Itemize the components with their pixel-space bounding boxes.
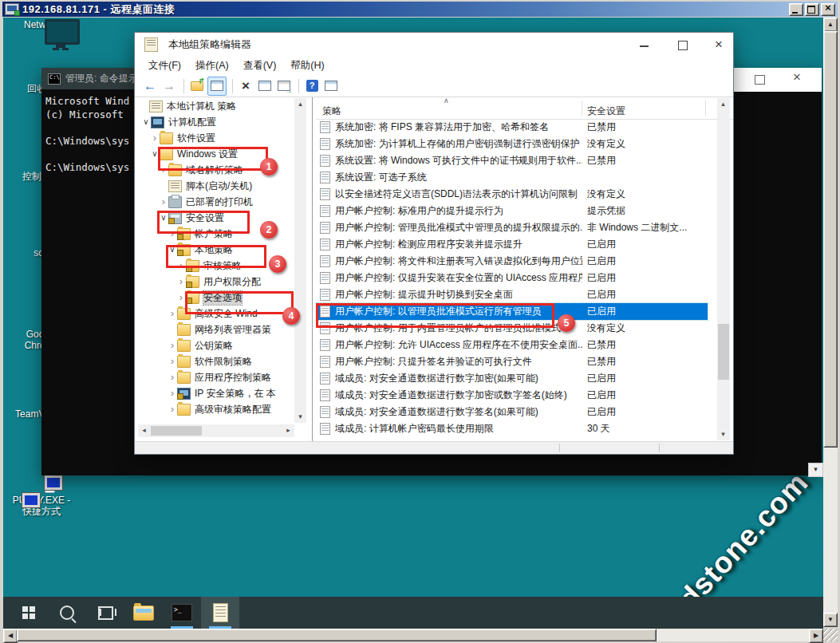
policy-row[interactable]: 用户帐户控制: 管理员批准模式中管理员的提升权限提示的... 非 Windows… (316, 219, 717, 236)
background-maximize-button[interactable] (755, 75, 765, 85)
tree-expander-icon[interactable]: ∨ (141, 115, 151, 129)
policy-name[interactable]: 域成员: 对安全通道数据进行数字加密或数字签名(始终) (335, 389, 582, 402)
tree-expander-icon[interactable]: › (168, 354, 177, 369)
scroll-up-icon[interactable]: ▴ (717, 98, 729, 110)
policy-row[interactable]: 用户帐户控制: 检测应用程序安装并提示提升 已启用 (316, 236, 717, 253)
scroll-down-button[interactable]: ▼ (823, 613, 838, 627)
resize-grip[interactable] (823, 629, 838, 641)
policy-name[interactable]: 用户帐户控制: 将文件和注册表写入错误虚拟化到每用户位置 (335, 254, 582, 268)
policy-name[interactable]: 以安全描述符定义语言(SDDL)语法表示的计算机访问限制 (335, 187, 582, 201)
tree-item-label[interactable]: 高级审核策略配置 (195, 403, 271, 416)
tree-vertical-scrollbar[interactable]: ▴ ▾ (294, 98, 306, 423)
scroll-up-icon[interactable]: ▴ (294, 98, 306, 110)
properties-icon[interactable] (256, 77, 274, 95)
tree-expander-icon[interactable]: › (168, 386, 177, 400)
policy-name[interactable]: 用户帐户控制: 允许 UIAccess 应用程序在不使用安全桌面... (335, 338, 582, 352)
policy-name[interactable]: 系统加密: 为计算机上存储的用户密钥强制进行强密钥保护 (335, 137, 582, 151)
policy-row[interactable]: 以安全描述符定义语言(SDDL)语法表示的计算机访问限制 没有定义 (316, 186, 717, 203)
desktop-icon-putty[interactable]: ↗ PUTTY.EXE -快捷方式 (6, 493, 77, 517)
policy-name[interactable]: 用户帐户控制: 仅提升安装在安全位置的 UIAccess 应用程序 (335, 271, 582, 285)
back-icon[interactable] (141, 77, 159, 95)
policy-name[interactable]: 系统加密: 将 FIPS 兼容算法用于加密、哈希和签名 (335, 120, 582, 134)
policy-name[interactable]: 域成员: 对安全通道数据进行数字加密(如果可能) (335, 372, 582, 385)
tree-expander-icon[interactable]: › (168, 306, 177, 321)
taskbar-item-search[interactable] (48, 597, 86, 629)
extended-icon[interactable] (322, 77, 340, 95)
policy-row[interactable]: 系统加密: 为计算机上存储的用户密钥强制进行强密钥保护 没有定义 (316, 136, 717, 152)
tree-item[interactable]: › 高级审核策略配置 (168, 401, 310, 417)
scroll-down-icon[interactable]: ▾ (294, 411, 306, 423)
tree-item-label[interactable]: 公钥策略 (195, 339, 233, 353)
scrollbar-thumb[interactable] (718, 324, 729, 380)
menu-item[interactable]: 操作(A) (188, 57, 236, 74)
gpe-minimize-button[interactable] (636, 36, 653, 53)
console-window-icon[interactable] (207, 77, 227, 96)
tree-item-label[interactable]: IP 安全策略，在 本 (195, 387, 276, 400)
policy-row[interactable]: 用户帐户控制: 标准用户的提升提示行为 提示凭据 (316, 203, 717, 219)
policy-name[interactable]: 用户帐户控制: 提示提升时切换到安全桌面 (335, 288, 582, 302)
policy-row[interactable]: 系统设置: 将 Windows 可执行文件中的证书规则用于软件... 已禁用 (316, 152, 717, 169)
tree-item-label[interactable]: 软件设置 (177, 132, 215, 145)
policy-row[interactable]: 用户帐户控制: 允许 UIAccess 应用程序在不使用安全桌面... 已禁用 (316, 337, 717, 353)
menu-item[interactable]: 查看(V) (236, 57, 284, 74)
list-vertical-scrollbar[interactable]: ▴ ▾ (717, 98, 730, 440)
policy-row[interactable]: 用户帐户控制: 仅提升安装在安全位置的 UIAccess 应用程序 已启用 (316, 270, 717, 286)
taskbar-item-group-policy-editor[interactable] (201, 597, 239, 629)
tree-item[interactable]: ∨ 计算机配置 (141, 114, 310, 130)
up-icon[interactable] (188, 77, 206, 95)
policy-row[interactable]: 系统加密: 将 FIPS 兼容算法用于加密、哈希和签名 已禁用 (316, 119, 717, 136)
tree-item-label[interactable]: 已部署的打印机 (186, 195, 253, 209)
delete-icon[interactable] (237, 77, 254, 95)
rdp-horizontal-scrollbar[interactable]: ◀ ▶ (3, 629, 823, 641)
tree-item[interactable]: › 已部署的打印机 (159, 194, 310, 210)
export-icon[interactable] (275, 77, 293, 95)
policy-name[interactable]: 用户帐户控制: 只提升签名并验证的可执行文件 (335, 355, 582, 369)
background-window-titlebar[interactable]: × (721, 68, 822, 92)
tree-item[interactable]: › 软件设置 (150, 130, 310, 146)
policy-name[interactable]: 用户帐户控制: 标准用户的提升提示行为 (335, 204, 582, 218)
menu-item[interactable]: 帮助(H) (283, 57, 331, 74)
help-icon[interactable] (303, 77, 321, 95)
menu-item[interactable]: 文件(F) (141, 57, 188, 74)
tree-item-label[interactable]: 应用程序控制策略 (195, 371, 271, 385)
scroll-left-button[interactable]: ◀ (3, 629, 18, 643)
rdp-vertical-scrollbar[interactable]: ▲ ▼ (823, 18, 838, 627)
tree-expander-icon[interactable]: › (150, 131, 160, 145)
forward-icon[interactable] (160, 77, 178, 95)
policy-row[interactable]: 用户帐户控制: 提示提升时切换到安全桌面 已启用 (316, 286, 717, 303)
gpe-close-button[interactable]: × (710, 36, 728, 53)
tree-item[interactable]: › 应用程序控制策略 (168, 369, 310, 385)
column-header-setting[interactable]: 安全设置 (587, 105, 625, 118)
policy-name[interactable]: 用户帐户控制: 检测应用程序安装并提示提升 (335, 238, 582, 251)
rdp-minimize-button[interactable] (789, 3, 803, 16)
tree-item[interactable]: 本地计算机 策略 (140, 98, 310, 114)
policy-name[interactable]: 域成员: 对安全通道数据进行数字签名(如果可能) (335, 405, 582, 419)
tree-item[interactable]: › 软件限制策略 (168, 353, 310, 369)
background-close-button[interactable]: × (793, 69, 801, 85)
tree-item[interactable]: › IP 安全策略，在 本 (168, 385, 310, 401)
policy-name[interactable]: 用户帐户控制: 管理员批准模式中管理员的提升权限提示的... (335, 221, 582, 235)
tree-item[interactable]: 脚本(启动/关机) (159, 178, 310, 194)
taskbar-item-command-prompt[interactable] (163, 597, 201, 629)
pane-splitter[interactable] (312, 97, 313, 441)
rdp-vscroll-thumb[interactable] (823, 31, 838, 448)
tree-item-label[interactable]: 本地计算机 策略 (167, 100, 236, 113)
policy-row[interactable]: 域成员: 对安全通道数据进行数字加密(如果可能) 已启用 (316, 370, 717, 387)
policy-row[interactable]: 域成员: 对安全通道数据进行数字签名(如果可能) 已启用 (316, 404, 717, 420)
taskbar-item-task-view[interactable] (86, 597, 124, 629)
rdp-titlebar[interactable]: 192.168.81.171 - 远程桌面连接 (2, 2, 838, 17)
scroll-right-button[interactable]: ▶ (809, 629, 823, 643)
background-scroll-down-button[interactable]: ▾ (808, 463, 823, 477)
scroll-up-button[interactable]: ▲ (823, 18, 838, 32)
policy-row[interactable]: 用户帐户控制: 只提升签名并验证的可执行文件 已禁用 (316, 353, 717, 370)
tree-item[interactable]: › 公钥策略 (168, 337, 310, 353)
desktop-icon-network[interactable]: ↗ Network (6, 18, 77, 30)
scroll-down-icon[interactable]: ▾ (717, 428, 729, 440)
rdp-maximize-button[interactable] (805, 3, 819, 16)
tree-item-label[interactable]: 用户权限分配 (203, 275, 261, 289)
taskbar-item-file-explorer[interactable] (124, 597, 163, 629)
scroll-right-icon[interactable]: ▸ (282, 424, 294, 436)
scrollbar-thumb[interactable] (151, 426, 202, 436)
tree-item-label[interactable]: 软件限制策略 (195, 355, 252, 369)
gpe-maximize-button[interactable] (674, 36, 692, 53)
